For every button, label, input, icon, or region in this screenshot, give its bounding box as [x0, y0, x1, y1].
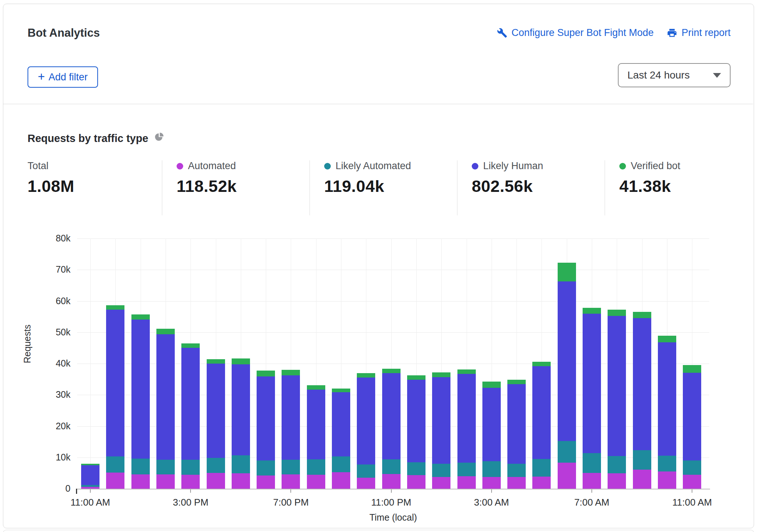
bar-segment-likely-automated — [357, 464, 375, 478]
bar-segment-verified-bot — [608, 310, 626, 316]
x-tick-label: 7:00 PM — [254, 497, 327, 508]
bar-segment-verified-bot — [106, 305, 124, 310]
bar-segment-automated — [207, 473, 225, 489]
bar-segment-likely-human — [106, 310, 124, 456]
bar-segment-likely-automated — [482, 461, 501, 477]
bar-segment-likely-human — [432, 377, 450, 464]
bar-segment-verified-bot — [382, 369, 401, 373]
x-axis-title: Time (local) — [338, 512, 448, 523]
bar-segment-likely-human — [232, 364, 250, 455]
configure-super-bot-fight-mode-link[interactable]: Configure Super Bot Fight Mode — [497, 27, 653, 39]
legend-dot-automated — [177, 163, 183, 170]
bar-segment-verified-bot — [558, 263, 576, 281]
stat-value: 1.08M — [28, 177, 75, 196]
bar-segment-likely-automated — [81, 485, 99, 487]
printer-icon — [667, 28, 677, 38]
bar-segment-likely-human — [583, 314, 601, 453]
legend-dot-verified-bot — [619, 163, 626, 170]
bar-segment-automated — [332, 472, 350, 489]
bar-segment-automated — [307, 475, 325, 489]
bar-segment-automated — [507, 477, 526, 489]
bar-segment-likely-human — [382, 373, 401, 459]
bar-segment-automated — [181, 475, 200, 489]
bar-segment-likely-automated — [432, 464, 450, 477]
bar-segment-verified-bot — [207, 359, 225, 364]
pie-chart-icon — [154, 132, 164, 145]
add-filter-label: Add filter — [48, 72, 88, 83]
bar-segment-likely-human — [357, 378, 375, 464]
add-filter-button[interactable]: + Add filter — [28, 66, 98, 88]
bar-segment-verified-bot — [181, 343, 200, 348]
legend-dot-likely-automated — [324, 163, 331, 170]
bar-segment-likely-human — [307, 390, 325, 459]
stat-divider — [457, 160, 457, 215]
bar-segment-verified-bot — [156, 329, 175, 334]
x-tick-mark — [190, 489, 191, 493]
bar-segment-likely-automated — [633, 450, 651, 470]
bar-segment-automated — [457, 476, 476, 489]
chevron-down-icon — [713, 73, 721, 78]
bar-segment-likely-human — [332, 392, 350, 456]
bar-segment-likely-automated — [608, 456, 626, 473]
bar-segment-likely-human — [558, 281, 576, 441]
stat-label: Automated — [188, 160, 236, 172]
bar-segment-likely-human — [482, 388, 501, 461]
y-tick-label: 0 — [0, 483, 70, 494]
stat-automated: Automated118.52k — [177, 160, 237, 196]
bar-segment-likely-human — [81, 465, 99, 485]
bar-segment-likely-automated — [232, 455, 250, 473]
x-tick-label: 11:00 AM — [655, 497, 729, 508]
bar-segment-automated — [257, 475, 275, 489]
x-tick-mark — [491, 489, 492, 493]
bar-segment-likely-automated — [181, 460, 200, 475]
stat-divider — [162, 160, 162, 215]
x-tick-label: 7:00 AM — [555, 497, 629, 508]
y-tick-label: 20k — [0, 421, 70, 431]
x-tick-label: 11:00 PM — [355, 497, 428, 508]
page-title: Bot Analytics — [28, 26, 100, 40]
bar-segment-likely-automated — [207, 458, 225, 473]
x-tick-label: 3:00 PM — [154, 497, 227, 508]
stat-divider — [309, 160, 310, 215]
h-gridline — [77, 270, 709, 270]
bar-segment-verified-bot — [357, 373, 375, 378]
bar-segment-likely-automated — [558, 441, 576, 463]
bar-segment-likely-human — [658, 342, 676, 456]
bar-segment-automated — [106, 473, 124, 489]
bar-segment-verified-bot — [131, 314, 150, 320]
print-link-label: Print report — [681, 27, 731, 39]
bar-segment-likely-automated — [332, 456, 350, 472]
bar-segment-verified-bot — [583, 308, 601, 314]
bar-segment-automated — [633, 470, 651, 489]
bar-segment-likely-human — [507, 384, 526, 464]
h-gridline — [77, 301, 709, 302]
bar-segment-automated — [156, 474, 175, 489]
bar-segment-likely-automated — [583, 453, 601, 473]
y-tick-label: 30k — [0, 389, 70, 400]
bar-segment-likely-human — [532, 366, 551, 459]
plus-icon: + — [38, 70, 45, 83]
y-tick-label: 40k — [0, 358, 70, 369]
bar-segment-likely-automated — [307, 459, 325, 475]
x-tick-mark — [290, 489, 291, 493]
x-tick-label: 3:00 AM — [455, 497, 528, 508]
bar-segment-automated — [658, 471, 676, 489]
bar-segment-verified-bot — [282, 370, 300, 375]
bar-segment-automated — [131, 474, 150, 489]
v-gridline — [90, 238, 91, 489]
bar-segment-verified-bot — [407, 375, 425, 380]
time-range-select[interactable]: Last 24 hours — [618, 63, 731, 87]
bar-segment-automated — [357, 478, 375, 489]
section-title-text: Requests by traffic type — [28, 132, 148, 145]
stat-value: 119.04k — [324, 177, 411, 196]
bar-segment-likely-automated — [382, 459, 401, 474]
stat-value: 118.52k — [177, 177, 237, 196]
bar-segment-automated — [608, 473, 626, 489]
bar-segment-automated — [432, 477, 450, 489]
bar-segment-automated — [558, 463, 576, 489]
wrench-icon — [497, 28, 507, 38]
bar-segment-verified-bot — [482, 382, 501, 388]
bar-segment-likely-human — [282, 375, 300, 460]
bar-segment-likely-automated — [156, 460, 175, 474]
print-report-link[interactable]: Print report — [667, 27, 731, 39]
